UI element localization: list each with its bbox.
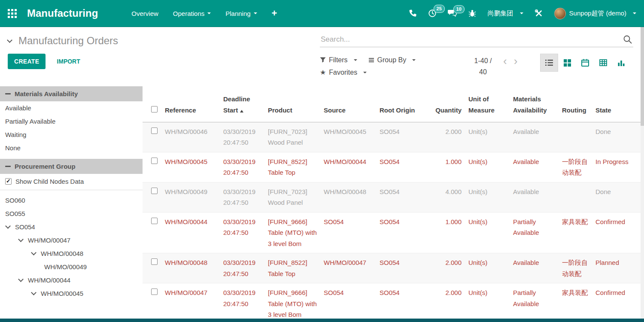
cell-uom: Unit(s) bbox=[465, 283, 510, 319]
cell-availability: Partially Available bbox=[510, 212, 559, 253]
column-header-routing[interactable]: Routing bbox=[559, 84, 592, 122]
cell-uom: Unit(s) bbox=[465, 122, 510, 152]
create-button[interactable]: CREATE bbox=[8, 54, 46, 69]
show-child-nodes-toggle[interactable]: Show Child Nodes Data bbox=[0, 174, 143, 190]
show-child-nodes-checkbox[interactable] bbox=[5, 178, 12, 185]
column-header-product[interactable]: Product bbox=[264, 84, 320, 122]
user-menu[interactable]: Sunpop超管 (demo) bbox=[554, 8, 636, 19]
filter-item-partially-available[interactable]: Partially Available bbox=[0, 115, 143, 128]
tree-item-so055[interactable]: SO055 bbox=[0, 207, 143, 220]
chevron-down-icon[interactable] bbox=[31, 250, 36, 255]
menu-operations[interactable]: Operations bbox=[173, 10, 211, 17]
filter-item-available[interactable]: Available bbox=[0, 101, 143, 115]
section-materials-availability[interactable]: Materials Availability bbox=[0, 86, 143, 101]
filters-dropdown[interactable]: Filters bbox=[320, 56, 357, 64]
bars-icon bbox=[368, 58, 374, 63]
row-checkbox[interactable] bbox=[151, 158, 158, 164]
top-navbar: Manufacturing Overview Operations Planni… bbox=[0, 0, 644, 27]
calendar-view-button[interactable] bbox=[576, 54, 594, 72]
chevron-down-icon bbox=[207, 12, 211, 14]
bug-icon[interactable] bbox=[468, 9, 477, 18]
chevron-down-icon[interactable] bbox=[7, 37, 12, 43]
menu-planning[interactable]: Planning bbox=[225, 10, 257, 17]
list-view: Reference Deadline Start Product Source … bbox=[143, 84, 644, 319]
tree-item-wh-mo-00047[interactable]: WH/MO/00047 bbox=[0, 234, 143, 247]
tools-wrench-icon[interactable] bbox=[535, 9, 543, 18]
tree-item-wh-mo-00045[interactable]: WH/MO/00045 bbox=[0, 287, 143, 300]
chevron-down-icon[interactable] bbox=[31, 290, 36, 295]
cell-availability: Available bbox=[510, 152, 559, 182]
chevron-down-icon[interactable] bbox=[5, 223, 11, 229]
column-header-deadline-start[interactable]: Deadline Start bbox=[220, 84, 264, 122]
filter-item-waiting[interactable]: Waiting bbox=[0, 128, 143, 141]
cell-source: SO054 bbox=[320, 212, 376, 253]
vertical-scrollbar[interactable] bbox=[641, 27, 644, 319]
star-icon: ★ bbox=[320, 68, 326, 76]
cell-routing: 家具装配 bbox=[559, 283, 592, 319]
table-row[interactable]: WH/MO/00048 03/30/2019 20:47:50 [FURN_85… bbox=[143, 253, 644, 283]
list-view-button[interactable] bbox=[540, 54, 558, 72]
table-row[interactable]: WH/MO/00045 03/30/2019 20:47:50 [FURN_85… bbox=[143, 152, 644, 182]
pager-range[interactable]: 1-40 / 40 bbox=[470, 55, 496, 78]
column-header-materials-availability[interactable]: Materials Availability bbox=[510, 84, 559, 122]
tree-item-wh-mo-00048[interactable]: WH/MO/00048 bbox=[0, 247, 143, 260]
collapse-minus-icon bbox=[5, 93, 11, 94]
filter-item-none[interactable]: None bbox=[0, 141, 143, 155]
row-checkbox[interactable] bbox=[151, 188, 158, 194]
row-checkbox[interactable] bbox=[151, 218, 158, 224]
cell-reference: WH/MO/00046 bbox=[161, 122, 220, 152]
row-checkbox[interactable] bbox=[151, 289, 158, 295]
search-bar bbox=[320, 34, 633, 47]
table-row[interactable]: WH/MO/00047 03/30/2019 20:47:50 [FURN_96… bbox=[143, 283, 644, 319]
cell-reference: WH/MO/00045 bbox=[161, 152, 220, 182]
company-switcher[interactable]: 尚鹏集团 bbox=[488, 9, 523, 18]
group-by-dropdown[interactable]: Group By bbox=[368, 56, 416, 64]
tree-item-wh-mo-00044[interactable]: WH/MO/00044 bbox=[0, 273, 143, 287]
bottom-edge-bar bbox=[0, 319, 644, 322]
scrollbar-thumb[interactable] bbox=[641, 27, 644, 126]
funnel-icon bbox=[320, 57, 326, 63]
pivot-view-button[interactable] bbox=[594, 54, 612, 72]
column-label: State bbox=[595, 106, 611, 114]
chevron-down-icon[interactable] bbox=[18, 276, 24, 282]
activities-clock-icon[interactable]: 25 bbox=[428, 9, 437, 18]
kanban-view-button[interactable] bbox=[558, 54, 576, 72]
column-header-source[interactable]: Source bbox=[320, 84, 376, 122]
table-row[interactable]: WH/MO/00044 03/30/2019 20:47:50 [FURN_96… bbox=[143, 212, 644, 253]
bar-chart-icon bbox=[617, 59, 625, 66]
section-procurement-group[interactable]: Procurement Group bbox=[0, 159, 143, 174]
tree-item-wh-mo-00049[interactable]: WH/MO/00049 bbox=[0, 260, 143, 273]
row-checkbox[interactable] bbox=[151, 128, 158, 134]
cell-state: Done bbox=[592, 182, 644, 212]
search-icon[interactable] bbox=[623, 35, 632, 46]
column-header-reference[interactable]: Reference bbox=[161, 84, 220, 122]
table-row[interactable]: WH/MO/00049 03/30/2019 20:47:50 [FURN_70… bbox=[143, 182, 644, 212]
apps-grid-icon[interactable] bbox=[8, 9, 17, 18]
select-all-checkbox[interactable] bbox=[151, 106, 158, 112]
column-header-quantity[interactable]: Quantity bbox=[432, 84, 465, 122]
search-input[interactable] bbox=[320, 34, 633, 47]
orders-table: Reference Deadline Start Product Source … bbox=[143, 84, 644, 319]
pivot-icon bbox=[599, 59, 607, 66]
menu-overview[interactable]: Overview bbox=[131, 10, 158, 17]
table-row[interactable]: WH/MO/00046 03/30/2019 20:47:50 [FURN_70… bbox=[143, 122, 644, 152]
import-button[interactable]: IMPORT bbox=[57, 58, 80, 65]
cell-quantity: 1.000 bbox=[432, 212, 465, 253]
column-header-state[interactable]: State bbox=[592, 84, 644, 122]
tree-item-so060[interactable]: SO060 bbox=[0, 194, 143, 207]
row-checkbox[interactable] bbox=[151, 258, 158, 265]
column-header-uom[interactable]: Unit of Measure bbox=[465, 84, 510, 122]
chevron-down-icon[interactable] bbox=[18, 237, 24, 242]
graph-view-button[interactable] bbox=[612, 54, 630, 72]
column-header-root-origin[interactable]: Root Origin bbox=[376, 84, 432, 122]
app-title[interactable]: Manufacturing bbox=[27, 7, 98, 19]
column-label: Materials Availability bbox=[513, 95, 547, 114]
pager-previous-icon[interactable]: ‹ bbox=[503, 55, 507, 67]
messages-icon[interactable]: 10 bbox=[448, 9, 457, 17]
favorites-dropdown[interactable]: ★ Favorites bbox=[320, 68, 367, 76]
pager-next-icon[interactable]: › bbox=[514, 55, 518, 67]
add-menu-button[interactable]: + bbox=[272, 8, 277, 19]
tree-item-so054[interactable]: SO054 bbox=[0, 220, 143, 234]
cell-availability: Available bbox=[510, 253, 559, 283]
phone-icon[interactable] bbox=[408, 9, 417, 18]
